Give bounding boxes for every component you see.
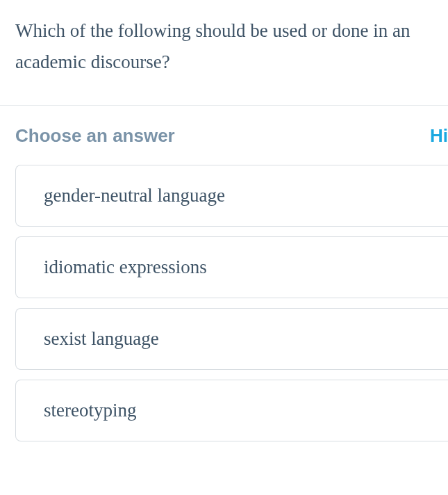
question-section: Which of the following should be used or…: [0, 0, 448, 106]
answer-option-text: stereotyping: [44, 400, 136, 421]
answer-option[interactable]: sexist language: [15, 308, 448, 370]
answer-section: Choose an answer Hi gender-neutral langu…: [0, 106, 448, 441]
answer-option-text: idiomatic expressions: [44, 257, 207, 277]
choose-answer-label: Choose an answer: [15, 125, 175, 147]
hint-link[interactable]: Hi: [430, 125, 448, 147]
answer-header: Choose an answer Hi: [15, 125, 448, 147]
answer-option-text: gender-neutral language: [44, 185, 225, 206]
answer-options-list: gender-neutral language idiomatic expres…: [15, 165, 448, 441]
answer-option[interactable]: idiomatic expressions: [15, 236, 448, 298]
answer-option-text: sexist language: [44, 328, 159, 349]
answer-option[interactable]: stereotyping: [15, 380, 448, 441]
answer-option[interactable]: gender-neutral language: [15, 165, 448, 227]
question-text: Which of the following should be used or…: [15, 15, 433, 77]
